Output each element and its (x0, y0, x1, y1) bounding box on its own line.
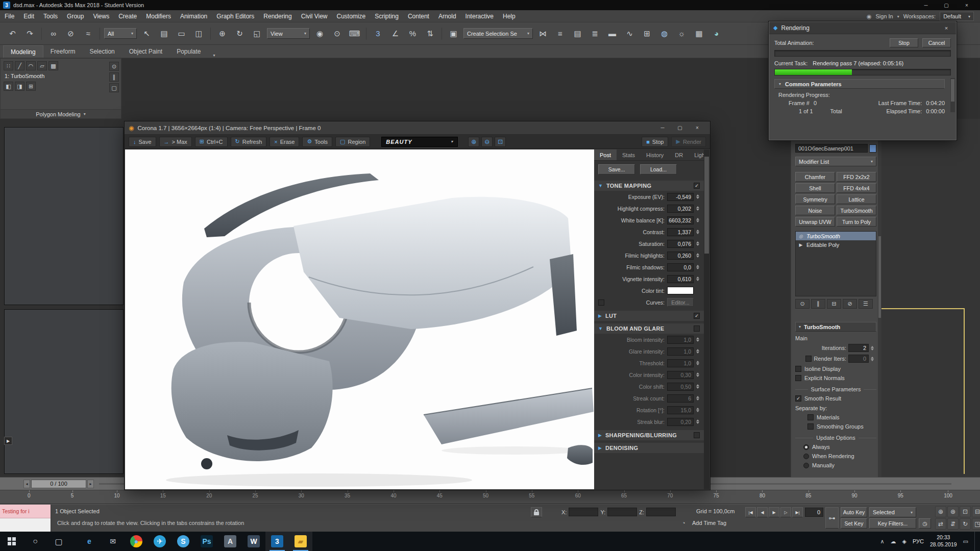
polygon-mode-icon[interactable]: ▱ (37, 61, 47, 70)
vfb-zoom-fit-icon[interactable]: ⊡ (495, 137, 506, 147)
previous-frame-arrow-button[interactable]: ◂ (23, 480, 30, 488)
radio-button[interactable] (803, 454, 809, 459)
parameter-spinner[interactable] (696, 194, 702, 199)
taskbar-clock[interactable]: 20:33 28.05.2019 (930, 534, 957, 548)
corona-panel-scrollbar[interactable] (704, 149, 709, 489)
selection-filter-dropdown[interactable]: All ▾ (104, 28, 137, 39)
parameter-spinner[interactable] (696, 218, 702, 222)
x-coordinate-field[interactable] (569, 508, 598, 516)
menu-item[interactable]: Rendering (259, 10, 296, 22)
sharpening-checkbox[interactable] (694, 432, 700, 438)
select-and-rotate-icon[interactable]: ↻ (232, 27, 247, 40)
walk-through-icon[interactable]: ⇵ (947, 518, 959, 530)
isolate-icon[interactable]: ▢ (109, 83, 119, 92)
ribbon-tab[interactable]: Object Paint (122, 45, 169, 58)
make-unique-icon[interactable]: ⊟ (827, 299, 841, 309)
parameter-spinner[interactable] (696, 349, 702, 354)
angle-snap-icon[interactable]: ∠ (388, 27, 403, 40)
parameter-spinner[interactable] (696, 241, 702, 246)
modifier-button[interactable]: FFD 2x2x2 (837, 172, 876, 182)
action-center-icon[interactable]: ▭ (963, 538, 968, 545)
snap-toggle-3d-icon[interactable]: 3 (371, 27, 385, 40)
vfb-region-button[interactable]: ▢ Region (335, 137, 370, 147)
parameter-spinner[interactable] (696, 277, 702, 281)
checkbox[interactable] (807, 414, 814, 420)
show-end-result-icon[interactable]: ∥ (811, 299, 825, 309)
toolbar-separator[interactable] (100, 28, 100, 40)
parameter-value-field[interactable]: 0,50 (667, 383, 694, 391)
named-selection-set-field[interactable]: Create Selection Se ▾ (463, 28, 533, 39)
ribbon-tab[interactable]: Modeling (3, 45, 43, 58)
preview-subobject-icon[interactable]: ◧ (4, 82, 13, 91)
parameter-value-field[interactable]: 0,260 (667, 252, 694, 260)
border-mode-icon[interactable]: ◠ (26, 61, 36, 70)
unlink-selection-icon[interactable]: ⊘ (63, 27, 78, 40)
toolbar-separator[interactable] (442, 28, 442, 40)
render-iters-spinner[interactable] (871, 357, 876, 361)
vfb-save-button[interactable]: ↓ Save (129, 137, 156, 147)
checkbox[interactable] (807, 423, 814, 430)
parameter-spinner[interactable] (696, 419, 702, 424)
go-to-start-icon[interactable]: |◀ (745, 507, 756, 517)
parameter-spinner[interactable] (696, 396, 702, 400)
iterations-field[interactable]: 2 (848, 344, 869, 352)
material-editor-icon[interactable]: ◍ (657, 27, 672, 40)
parameter-value-field[interactable]: 0,0 (667, 263, 694, 271)
full-interactivity-icon[interactable]: ∥ (109, 72, 119, 82)
smooth-result-row[interactable]: Smooth Result (795, 395, 876, 402)
curve-editor-icon[interactable]: ∿ (622, 27, 637, 40)
zoom-all-icon[interactable]: ⊛ (947, 506, 959, 517)
viewport-top-left[interactable] (4, 127, 124, 305)
photoshop-icon[interactable]: Ps (195, 532, 218, 551)
corona-maximize-button[interactable]: ▢ (671, 121, 689, 135)
remove-modifier-icon[interactable]: ⊘ (843, 299, 857, 309)
parameter-value-field[interactable]: 6603,232 (667, 216, 694, 224)
corona-close-button[interactable]: × (689, 121, 706, 135)
menu-item[interactable]: Civil View (297, 10, 332, 22)
set-key-button[interactable]: Set Key (841, 518, 867, 529)
parameter-value-field[interactable]: 6 (667, 394, 694, 403)
post-save-button[interactable]: Save... (598, 164, 635, 174)
show-desktop-button[interactable] (974, 532, 977, 551)
minimize-button[interactable]: ─ (916, 0, 936, 10)
key-mode-dropdown[interactable]: Selected ▾ (869, 507, 916, 517)
autocad-icon[interactable]: A (218, 532, 242, 551)
selection-lock-icon[interactable] (531, 507, 542, 517)
maximize-button[interactable]: ▢ (936, 0, 957, 10)
menu-item[interactable]: Help (498, 10, 520, 22)
menu-item[interactable]: Customize (332, 10, 371, 22)
checkbox[interactable] (795, 375, 801, 381)
render-channel-dropdown[interactable]: BEAUTY ▾ (381, 137, 458, 147)
modifier-stack-row[interactable]: ▶ Editable Poly (796, 240, 876, 249)
telegram-icon[interactable]: ✈ (148, 532, 172, 551)
bloom-glare-header[interactable]: ▼ BLOOM AND GLARE (594, 323, 704, 334)
modifier-button[interactable]: Noise (795, 206, 835, 215)
rectangular-selection-icon[interactable]: ▭ (174, 27, 189, 40)
menu-item[interactable]: Views (88, 10, 114, 22)
parameter-spinner[interactable] (696, 361, 702, 365)
modifier-button[interactable]: Symmetry (795, 194, 835, 204)
curves-checkbox[interactable] (598, 299, 604, 306)
modifier-button[interactable]: Shell (795, 183, 835, 193)
previous-frame-icon[interactable]: ◀ (757, 507, 768, 517)
security-shield-icon[interactable]: ◈ (902, 538, 906, 545)
post-load-button[interactable]: Load... (640, 164, 677, 174)
parameter-spinner[interactable] (696, 206, 702, 211)
modifier-button[interactable]: Lattice (837, 194, 876, 204)
parameter-value-field[interactable]: 0,202 (667, 205, 694, 213)
spinner-snap-icon[interactable]: ⇅ (423, 27, 437, 40)
word-icon[interactable]: W (242, 532, 265, 551)
listener-line[interactable] (0, 518, 51, 532)
vfb-to-max-button[interactable]: → > Max (159, 137, 192, 147)
color-tint-swatch[interactable] (667, 287, 694, 294)
time-configuration-icon[interactable]: ◷ (919, 518, 931, 529)
corona-panel-tab[interactable]: History (641, 149, 669, 160)
menu-item[interactable]: File (0, 10, 19, 22)
curves-editor-button[interactable]: Editor... (667, 298, 694, 307)
parameter-spinner[interactable] (696, 408, 702, 412)
time-slider-handle[interactable]: 0 / 100 (31, 480, 86, 488)
orbit-icon[interactable]: ↻ (960, 518, 971, 530)
percent-snap-icon[interactable]: % (405, 27, 420, 40)
keyboard-shortcut-override-icon[interactable]: ⌨ (347, 27, 362, 40)
next-frame-icon[interactable]: ▷ (780, 507, 791, 517)
